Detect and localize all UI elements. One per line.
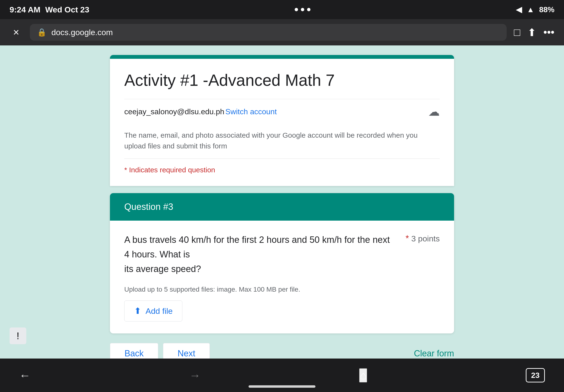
cloud-icon: ☁ bbox=[428, 105, 440, 118]
question-card: Question #3 A bus travels 40 km/h for th… bbox=[110, 193, 454, 334]
clear-form-button[interactable]: Clear form bbox=[414, 349, 454, 359]
required-note: * Indicates required question bbox=[124, 159, 440, 176]
question-body: A bus travels 40 km/h for the first 2 ho… bbox=[110, 221, 454, 334]
points-value: 3 points bbox=[411, 234, 440, 243]
exclamation-icon: ! bbox=[16, 331, 19, 341]
question-line1: A bus travels 40 km/h for the first 2 ho… bbox=[124, 235, 390, 259]
form-wrapper: Activity #1 -Advanced Math 7 ceejay_salo… bbox=[110, 55, 454, 334]
required-star: * bbox=[406, 234, 409, 244]
browser-close-button[interactable]: × bbox=[10, 26, 23, 39]
bottom-toolbar: ← → ⌂ 23 bbox=[0, 359, 564, 392]
page-background: Activity #1 -Advanced Math 7 ceejay_salo… bbox=[0, 45, 564, 392]
home-button[interactable]: ⌂ bbox=[359, 368, 367, 382]
share-button[interactable]: ⬆ bbox=[527, 26, 536, 39]
tabs-count: 23 bbox=[531, 371, 540, 380]
account-email: ceejay_salonoy@dlsu.edu.ph bbox=[124, 107, 224, 116]
url-bar[interactable]: 🔒 docs.google.com bbox=[30, 24, 507, 41]
status-right: ◀ ▲ 88% bbox=[516, 5, 554, 14]
dot3 bbox=[307, 8, 310, 11]
dot2 bbox=[301, 8, 304, 11]
browser-actions: □ ⬆ ••• bbox=[514, 26, 554, 39]
tabs-button[interactable]: 23 bbox=[526, 368, 545, 382]
browser-forward-button[interactable]: → bbox=[189, 369, 201, 382]
status-time-date: 9:24 AM Wed Oct 23 bbox=[10, 5, 89, 14]
account-info: ceejay_salonoy@dlsu.edu.ph Switch accoun… bbox=[124, 107, 277, 116]
switch-account-link[interactable]: Switch account bbox=[225, 107, 277, 116]
wifi-icon: ▲ bbox=[527, 5, 534, 14]
question-line2: its average speed? bbox=[124, 264, 201, 274]
question-text: A bus travels 40 km/h for the first 2 ho… bbox=[124, 233, 396, 276]
browser-back-button[interactable]: ← bbox=[19, 369, 31, 382]
bookmark-button[interactable]: □ bbox=[514, 26, 520, 39]
status-date: Wed Oct 23 bbox=[45, 5, 89, 14]
bottom-indicator bbox=[248, 385, 316, 388]
upload-hint: Upload up to 5 supported files: image. M… bbox=[124, 286, 440, 293]
lock-icon: 🔒 bbox=[37, 28, 47, 37]
add-file-button[interactable]: ⬆ Add file bbox=[124, 300, 182, 322]
account-note: The name, email, and photo associated wi… bbox=[124, 124, 440, 158]
more-button[interactable]: ••• bbox=[543, 26, 554, 39]
dot1 bbox=[295, 8, 298, 11]
feedback-button[interactable]: ! bbox=[10, 327, 26, 344]
header-card: Activity #1 -Advanced Math 7 ceejay_salo… bbox=[110, 55, 454, 186]
upload-icon: ⬆ bbox=[134, 306, 141, 316]
browser-bar: × 🔒 docs.google.com □ ⬆ ••• bbox=[0, 19, 564, 45]
status-center bbox=[295, 8, 310, 11]
question-header: Question #3 bbox=[110, 193, 454, 221]
account-row: ceejay_salonoy@dlsu.edu.ph Switch accoun… bbox=[124, 99, 440, 124]
question-label: Question #3 bbox=[124, 202, 173, 212]
status-time: 9:24 AM bbox=[10, 5, 40, 14]
battery-level: 88% bbox=[539, 5, 554, 14]
header-card-inner: Activity #1 -Advanced Math 7 ceejay_salo… bbox=[110, 59, 454, 186]
location-icon: ◀ bbox=[516, 5, 522, 14]
form-title: Activity #1 -Advanced Math 7 bbox=[124, 71, 440, 89]
points-badge: * 3 points bbox=[406, 234, 440, 244]
question-row: A bus travels 40 km/h for the first 2 ho… bbox=[124, 233, 440, 276]
status-bar: 9:24 AM Wed Oct 23 ◀ ▲ 88% bbox=[0, 0, 564, 19]
url-text: docs.google.com bbox=[51, 28, 113, 37]
add-file-label: Add file bbox=[146, 307, 173, 316]
